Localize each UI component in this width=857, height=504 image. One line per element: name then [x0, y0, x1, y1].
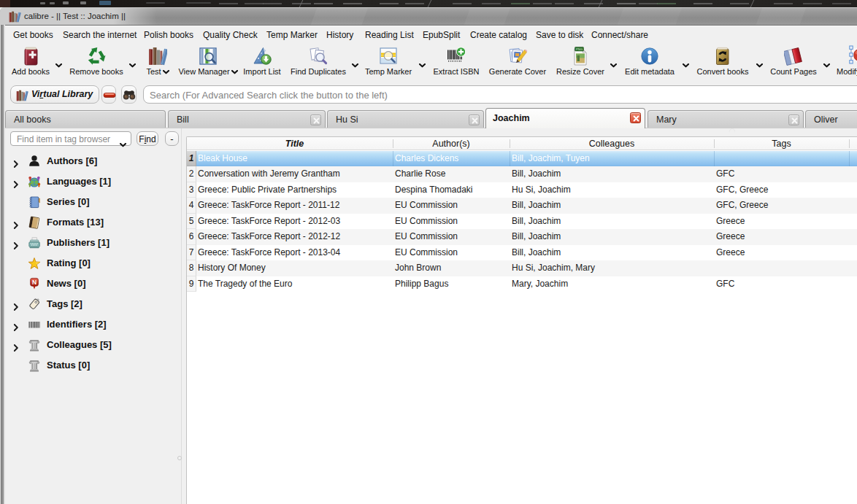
svg-text:PNG: PNG — [576, 47, 583, 50]
svg-text:N: N — [32, 279, 36, 286]
